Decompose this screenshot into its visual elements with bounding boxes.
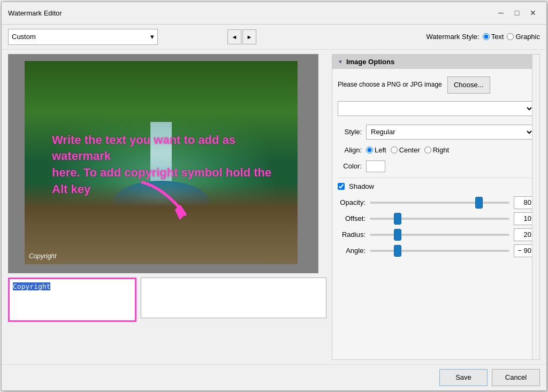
text-input-area: Copyright [8, 278, 326, 322]
offset-slider-thumb[interactable] [394, 213, 401, 225]
image-options-section: ▼ Image Options Please choose a PNG or J… [332, 55, 539, 264]
align-right-option[interactable]: Right [424, 146, 449, 154]
angle-slider-track [370, 250, 509, 252]
nav-prev-button[interactable]: ◄ [227, 29, 241, 44]
watermark-editor-dialog: Watermark Editor ─ □ ✕ Custom ▾ ◄ ► Wate… [1, 2, 547, 391]
align-radio-group: Left Center Right [366, 146, 449, 154]
radius-slider-thumb[interactable] [394, 229, 401, 241]
watermark-style-selector: Watermark Style: Text Graphic [426, 33, 540, 41]
style-label: Style: [338, 128, 362, 136]
dialog-title: Watermark Editor [8, 9, 62, 17]
angle-slider-thumb[interactable] [394, 245, 401, 257]
font-dropdown[interactable] [338, 101, 534, 116]
dialog-footer: Save Cancel [2, 364, 546, 390]
title-bar-controls: ─ □ ✕ [494, 6, 540, 20]
color-row: Color: [338, 159, 534, 173]
nav-next-button[interactable]: ► [242, 29, 256, 44]
section-title: Image Options [346, 58, 394, 66]
color-label: Color: [338, 162, 362, 170]
maximize-button[interactable]: □ [510, 6, 524, 20]
style-graphic-option[interactable]: Graphic [507, 33, 540, 41]
right-panel: ▼ Image Options Please choose a PNG or J… [332, 54, 540, 360]
preview-image: Write the text you want to add as waterm… [25, 61, 298, 264]
scrollbar-right[interactable] [532, 55, 539, 359]
instruction-box [141, 278, 326, 318]
shadow-checkbox[interactable] [338, 183, 345, 190]
align-left-label: Left [375, 146, 386, 154]
radius-slider-track [370, 234, 509, 236]
opacity-row: Opacity: 80 [338, 195, 534, 211]
offset-label: Offset: [338, 214, 366, 222]
font-row [338, 100, 534, 119]
save-button[interactable]: Save [439, 369, 488, 386]
collapse-icon: ▼ [338, 59, 343, 65]
left-panel: Write the text you want to add as waterm… [8, 54, 326, 360]
align-right-radio[interactable] [424, 147, 431, 153]
shadow-header: Shadow [338, 182, 534, 190]
cancel-button[interactable]: Cancel [492, 369, 540, 386]
radius-row: Radius: 20 [338, 227, 534, 243]
align-center-option[interactable]: Center [391, 146, 420, 154]
offset-value: 10 [514, 212, 534, 225]
watermark-style-label: Watermark Style: [426, 33, 479, 41]
angle-value: − 90 [514, 244, 534, 257]
style-row: Style: Regular [338, 124, 534, 141]
align-left-radio[interactable] [366, 147, 373, 153]
align-row: Align: Left Center [338, 145, 534, 155]
image-copyright-label: Copyright [29, 252, 56, 260]
close-button[interactable]: ✕ [526, 6, 540, 20]
choose-image-button[interactable]: Choose... [447, 76, 490, 94]
opacity-value: 80 [514, 196, 534, 209]
shadow-section: Shadow Opacity: 80 [338, 178, 534, 259]
align-center-radio[interactable] [391, 147, 398, 153]
style-text-radio[interactable] [483, 33, 490, 40]
align-left-option[interactable]: Left [366, 146, 386, 154]
waterfall [150, 122, 172, 186]
offset-slider-track [370, 218, 509, 220]
preset-dropdown[interactable]: Custom ▾ [8, 29, 158, 45]
style-graphic-label: Graphic [515, 33, 540, 41]
title-bar: Watermark Editor ─ □ ✕ [2, 2, 546, 25]
image-choose-row: Please choose a PNG or JPG image Choose.… [338, 74, 534, 96]
align-right-label: Right [433, 146, 449, 154]
style-text-option[interactable]: Text [483, 33, 504, 41]
style-text-label: Text [491, 33, 504, 41]
watermark-text-input[interactable]: Copyright [11, 280, 134, 318]
shadow-label: Shadow [349, 182, 374, 190]
style-dropdown[interactable]: Regular [366, 125, 534, 140]
angle-row: Angle: − 90 [338, 243, 534, 259]
choose-image-label: Please choose a PNG or JPG image [338, 80, 442, 89]
title-bar-left: Watermark Editor [8, 9, 62, 17]
preview-area: Write the text you want to add as waterm… [8, 54, 318, 273]
opacity-slider-thumb[interactable] [475, 197, 483, 209]
nav-buttons: ◄ ► [227, 29, 256, 44]
radius-label: Radius: [338, 230, 366, 239]
opacity-label: Opacity: [338, 198, 366, 206]
watermark-textbox-wrapper: Copyright [8, 278, 136, 322]
section-header-image-options[interactable]: ▼ Image Options [332, 55, 539, 69]
align-label: Align: [338, 146, 362, 154]
forest-background [25, 61, 298, 264]
preset-value: Custom [12, 33, 36, 41]
minimize-button[interactable]: ─ [494, 6, 508, 20]
dropdown-arrow-icon: ▾ [150, 33, 154, 41]
align-center-label: Center [399, 146, 420, 154]
toolbar: Custom ▾ ◄ ► Watermark Style: Text Graph… [2, 25, 546, 50]
main-content: Write the text you want to add as waterm… [2, 50, 546, 364]
section-content-image-options: Please choose a PNG or JPG image Choose.… [332, 69, 539, 264]
opacity-slider-track [370, 202, 509, 204]
offset-row: Offset: 10 [338, 211, 534, 227]
color-swatch[interactable] [366, 160, 385, 172]
radius-value: 20 [514, 228, 534, 241]
rocks [25, 183, 298, 264]
angle-label: Angle: [338, 247, 366, 255]
style-graphic-radio[interactable] [507, 33, 514, 40]
